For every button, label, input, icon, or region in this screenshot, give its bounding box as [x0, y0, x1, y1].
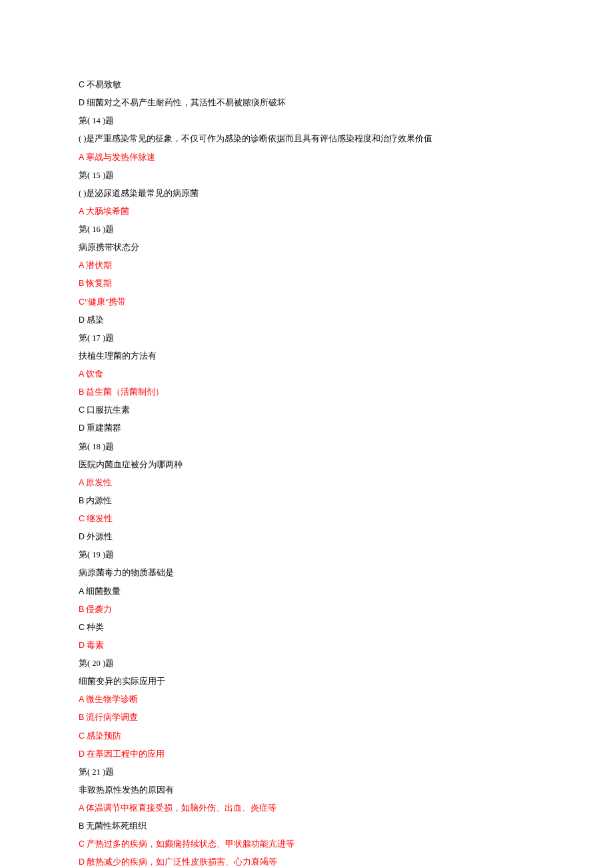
option-text: "健康"携带 — [85, 297, 126, 307]
option-text: 寒战与发热伴脉速 — [84, 153, 155, 162]
option-letter: D — [79, 749, 85, 759]
option-text: 继发性 — [85, 514, 113, 523]
answer-option: C"健康"携带 — [79, 293, 534, 311]
option-letter: D — [79, 641, 85, 650]
option-letter: C — [79, 514, 85, 523]
option-text: 无菌性坏死组织 — [84, 821, 147, 831]
answer-option: B 益生菌（活菌制剂） — [79, 383, 534, 401]
question-stem: 病原携带状态分 — [79, 239, 534, 257]
option-text: 不易致敏 — [85, 80, 121, 89]
document-page: C 不易致敏D 细菌对之不易产生耐药性，其活性不易被脓痰所破坏第( 14 )题(… — [0, 0, 613, 868]
answer-option: D 毒素 — [79, 637, 534, 655]
option-letter: D — [79, 532, 85, 541]
answer-option: D 散热减少的疾病，如广泛性皮肤损害、心力衰竭等 — [79, 853, 534, 868]
answer-option: C 种类 — [79, 619, 534, 637]
option-text: 体温调节中枢直接受损，如脑外伤、出血、炎症等 — [84, 803, 277, 813]
option-text: 流行病学调查 — [84, 713, 138, 722]
option-text: 产热过多的疾病，如癫痫持续状态、甲状腺功能亢进等 — [85, 839, 295, 849]
question-heading: 第( 18 )题 — [79, 438, 534, 456]
question-heading: 第( 17 )题 — [79, 329, 534, 347]
answer-option: B 侵袭力 — [79, 601, 534, 619]
answer-option: D 感染 — [79, 311, 534, 329]
option-letter: C — [79, 297, 85, 307]
answer-option: A 寒战与发热伴脉速 — [79, 149, 534, 167]
question-stem: 非致热原性发热的原因有 — [79, 781, 534, 799]
answer-option: A 大肠埃希菌 — [79, 203, 534, 221]
answer-option: D 在基因工程中的应用 — [79, 745, 534, 763]
question-stem: 医院内菌血症被分为哪两种 — [79, 456, 534, 474]
option-letter: C — [79, 405, 85, 415]
option-text: 毒素 — [85, 641, 104, 650]
question-heading: 第( 21 )题 — [79, 763, 534, 781]
answer-option: D 重建菌群 — [79, 419, 534, 437]
answer-option: D 细菌对之不易产生耐药性，其活性不易被脓痰所破坏 — [79, 94, 534, 112]
answer-option: C 继发性 — [79, 510, 534, 528]
option-text: 细菌对之不易产生耐药性，其活性不易被脓痰所破坏 — [85, 98, 286, 107]
answer-option: A 潜伏期 — [79, 257, 534, 275]
option-text: 潜伏期 — [84, 261, 112, 270]
answer-option: B 无菌性坏死组织 — [79, 817, 534, 835]
option-text: 细菌数量 — [84, 587, 121, 596]
option-text: 在基因工程中的应用 — [85, 749, 165, 759]
option-letter: D — [79, 857, 85, 867]
option-text: 微生物学诊断 — [84, 695, 138, 704]
option-text: 感染 — [85, 315, 104, 325]
answer-option: B 流行病学调查 — [79, 709, 534, 727]
option-letter: D — [79, 423, 85, 433]
option-text: 恢复期 — [84, 279, 112, 288]
option-letter: C — [79, 731, 85, 741]
option-text: 原发性 — [84, 478, 112, 487]
answer-option: A 微生物学诊断 — [79, 691, 534, 709]
option-text: 益生菌（活菌制剂） — [84, 387, 164, 397]
question-stem: ( )是严重感染常见的征象，不仅可作为感染的诊断依据而且具有评估感染程度和治疗效… — [79, 130, 534, 148]
option-text: 种类 — [85, 623, 104, 632]
question-heading: 第( 15 )题 — [79, 167, 534, 185]
answer-option: A 饮食 — [79, 365, 534, 383]
answer-option: C 口服抗生素 — [79, 401, 534, 419]
answer-option: C 不易致敏 — [79, 76, 534, 94]
answer-option: A 原发性 — [79, 474, 534, 492]
question-heading: 第( 20 )题 — [79, 655, 534, 673]
question-heading: 第( 16 )题 — [79, 221, 534, 239]
option-text: 外源性 — [85, 532, 113, 541]
option-text: 口服抗生素 — [85, 405, 130, 415]
option-text: 饮食 — [84, 369, 103, 379]
answer-option: C 产热过多的疾病，如癫痫持续状态、甲状腺功能亢进等 — [79, 835, 534, 853]
option-letter: D — [79, 98, 85, 107]
option-letter: D — [79, 315, 85, 325]
option-text: 侵袭力 — [84, 605, 112, 614]
option-text: 大肠埃希菌 — [84, 207, 129, 216]
answer-option: B 恢复期 — [79, 275, 534, 293]
option-letter: C — [79, 80, 85, 89]
answer-option: D 外源性 — [79, 528, 534, 546]
option-letter: C — [79, 623, 85, 632]
question-heading: 第( 19 )题 — [79, 546, 534, 564]
option-text: 重建菌群 — [85, 423, 121, 433]
question-stem: 扶植生理菌的方法有 — [79, 347, 534, 365]
answer-option: A 体温调节中枢直接受损，如脑外伤、出血、炎症等 — [79, 799, 534, 817]
answer-option: C 感染预防 — [79, 727, 534, 745]
question-stem: 病原菌毒力的物质基础是 — [79, 564, 534, 582]
option-text: 内源性 — [84, 496, 112, 505]
option-letter: C — [79, 839, 85, 849]
answer-option: B 内源性 — [79, 492, 534, 510]
question-heading: 第( 14 )题 — [79, 112, 534, 130]
option-text: 散热减少的疾病，如广泛性皮肤损害、心力衰竭等 — [85, 857, 277, 867]
answer-option: A 细菌数量 — [79, 583, 534, 601]
question-stem: 细菌变异的实际应用于 — [79, 673, 534, 691]
question-stem: ( )是泌尿道感染最常见的病原菌 — [79, 185, 534, 203]
option-text: 感染预防 — [85, 731, 121, 741]
